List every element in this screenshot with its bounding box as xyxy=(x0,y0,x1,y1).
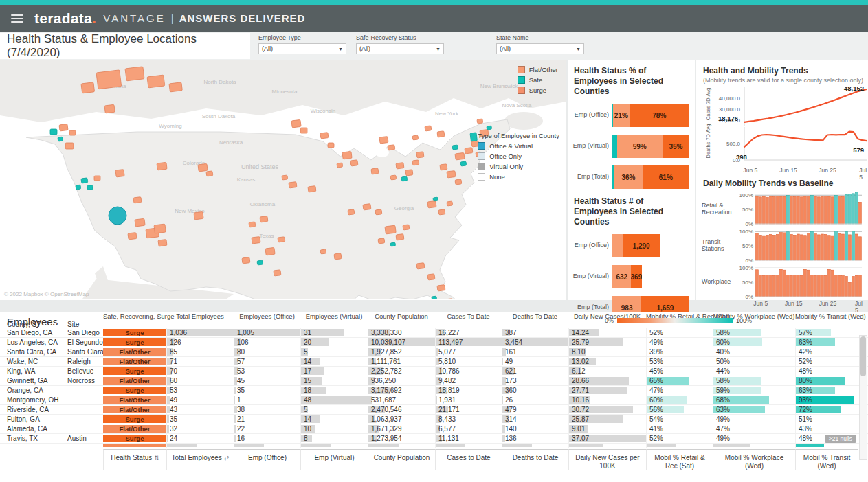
table-row-clipped[interactable] xyxy=(0,444,868,448)
mobility-bars[interactable] xyxy=(755,191,862,227)
bar-segment-flat-other[interactable]: 36% xyxy=(614,165,642,189)
mobility-bar[interactable] xyxy=(804,269,807,297)
mobility-bar[interactable] xyxy=(770,196,772,224)
county-mark-safe[interactable] xyxy=(390,242,396,246)
mobility-bar[interactable] xyxy=(818,197,821,224)
mobility-bar[interactable] xyxy=(835,275,838,296)
county-mark-surge-flat[interactable] xyxy=(396,234,404,240)
county-mark-surge-flat[interactable] xyxy=(274,270,281,276)
mobility-bar[interactable] xyxy=(832,270,834,297)
county-mark-surge-flat[interactable] xyxy=(425,126,432,131)
table-row[interactable]: Fulton, GASurge3521141,063,9378,43331425… xyxy=(0,415,868,424)
mobility-bar[interactable] xyxy=(825,234,827,260)
footer-column-label[interactable]: Emp (Office) xyxy=(234,449,300,470)
mobility-bar[interactable] xyxy=(832,197,834,224)
mobility-bar[interactable] xyxy=(845,194,848,224)
county-mark-surge-flat[interactable] xyxy=(465,148,473,154)
mobility-bar[interactable] xyxy=(777,196,779,224)
mobility-bar[interactable] xyxy=(794,196,797,224)
sort-icon[interactable]: ⇅ xyxy=(154,455,159,461)
mobility-bar[interactable] xyxy=(756,196,759,224)
column-header[interactable]: Deaths To Date xyxy=(502,312,568,320)
table-row[interactable]: Orange, CASurge5335183,175,69218,8193602… xyxy=(0,386,868,395)
mobility-bar[interactable] xyxy=(849,235,852,260)
mobility-bar[interactable] xyxy=(835,231,838,260)
column-header[interactable]: County Population xyxy=(368,312,435,320)
county-mark-surge-flat[interactable] xyxy=(81,82,95,93)
county-mark-surge-flat[interactable] xyxy=(378,238,385,244)
mobility-bar[interactable] xyxy=(787,195,790,224)
mobility-bar[interactable] xyxy=(790,234,793,260)
mobility-bar[interactable] xyxy=(759,197,762,224)
table-row[interactable]: Montgomery, OHFlat/Other49148531,6871,93… xyxy=(0,395,868,405)
mobility-bar[interactable] xyxy=(859,237,862,260)
county-mark-surge-flat[interactable] xyxy=(94,176,100,181)
county-mark-safe[interactable] xyxy=(58,137,63,141)
bar-segment-surge[interactable]: 369 xyxy=(631,265,642,288)
mobility-bar[interactable] xyxy=(773,196,776,224)
filter-dropdown[interactable]: (All)▼ xyxy=(496,43,584,54)
mobility-bar[interactable] xyxy=(859,202,862,224)
status-legend-item[interactable]: Flat/Other xyxy=(518,66,558,73)
mobility-bar[interactable] xyxy=(825,275,827,297)
county-mark-surge-flat[interactable] xyxy=(128,233,137,240)
mobility-bar[interactable] xyxy=(828,235,831,260)
table-row[interactable]: Wake, NCRaleighFlat/Other7157141,111,761… xyxy=(0,357,868,367)
mobility-bar[interactable] xyxy=(794,235,797,260)
bar-segment-safe[interactable] xyxy=(612,135,617,158)
bar-segment-surge[interactable]: 78% xyxy=(630,104,689,127)
mobility-bar[interactable] xyxy=(811,195,814,224)
table-row[interactable]: San Diego, CASan DiegoSurge1,0361,005313… xyxy=(0,328,868,338)
mobility-bar[interactable] xyxy=(766,197,769,224)
mobility-bar[interactable] xyxy=(770,275,772,297)
county-mark-safe[interactable] xyxy=(50,129,57,135)
mobility-bar[interactable] xyxy=(773,275,776,297)
bar-segment-surge[interactable]: 61% xyxy=(643,165,689,189)
trend-line[interactable] xyxy=(744,131,867,146)
mobility-bar[interactable] xyxy=(852,194,855,224)
footer-column-label[interactable]: County Population xyxy=(368,449,435,470)
mobility-bar[interactable] xyxy=(756,233,759,260)
county-mark-surge-flat[interactable] xyxy=(96,70,122,89)
filter-dropdown[interactable]: (All)▼ xyxy=(356,43,444,54)
table-row[interactable]: Alameda, CAFlat/Other3222101,671,3296,57… xyxy=(0,424,868,434)
mobility-bar[interactable] xyxy=(783,270,786,297)
mobility-bar[interactable] xyxy=(801,275,803,297)
county-mark-surge-flat[interactable] xyxy=(154,224,166,233)
filter-dropdown[interactable]: (All)▼ xyxy=(258,43,346,54)
mobility-bar[interactable] xyxy=(856,275,858,297)
mobility-plot[interactable] xyxy=(755,191,862,227)
mobility-chart[interactable]: Retail & Recreation100%50%0%Transit Stat… xyxy=(702,191,864,300)
health-bar[interactable]: 21%78% xyxy=(612,104,689,127)
county-mark-surge-flat[interactable] xyxy=(265,247,275,255)
county-mark-surge-flat[interactable] xyxy=(249,222,256,227)
county-mark-surge-flat[interactable] xyxy=(278,237,285,242)
table-row[interactable]: Santa Clara, CASanta ClaraFlat/Other8580… xyxy=(0,347,868,357)
county-mark-safe[interactable] xyxy=(452,145,458,150)
table-row[interactable]: Travis, TXAustinSurge241681,273,95411,13… xyxy=(0,434,868,444)
vertical-scrollbar[interactable] xyxy=(859,335,867,460)
county-mark-surge-flat[interactable] xyxy=(427,274,435,280)
county-mark-safe[interactable] xyxy=(433,197,438,201)
county-mark-surge-flat[interactable] xyxy=(477,119,483,124)
mobility-bar[interactable] xyxy=(797,196,800,224)
mobility-bars[interactable] xyxy=(755,227,862,263)
mobility-bar[interactable] xyxy=(835,195,838,224)
county-mark-surge-flat[interactable] xyxy=(260,216,268,222)
mobility-bar[interactable] xyxy=(759,275,762,297)
mobility-bar[interactable] xyxy=(856,192,858,224)
mobility-bar[interactable] xyxy=(808,196,810,224)
mobility-bar[interactable] xyxy=(780,232,783,260)
scrollbar-thumb[interactable] xyxy=(860,336,866,376)
county-mark-surge-flat[interactable] xyxy=(198,163,208,172)
footer-column-label[interactable]: Mobil % Retail & Rec (Sat) xyxy=(646,449,713,470)
county-mark-surge-flat[interactable] xyxy=(59,124,68,131)
mobility-bar[interactable] xyxy=(832,236,834,260)
county-mark-surge-flat[interactable] xyxy=(385,225,396,234)
mobility-bar[interactable] xyxy=(783,233,786,260)
sort-icon[interactable]: ⇄ xyxy=(224,455,230,461)
mobility-bar[interactable] xyxy=(842,196,845,224)
county-mark-surge-flat[interactable] xyxy=(320,133,329,139)
mobility-bar[interactable] xyxy=(801,197,803,224)
table-row[interactable]: Riverside, CAFlat/Other433852,470,54621,… xyxy=(0,405,868,415)
